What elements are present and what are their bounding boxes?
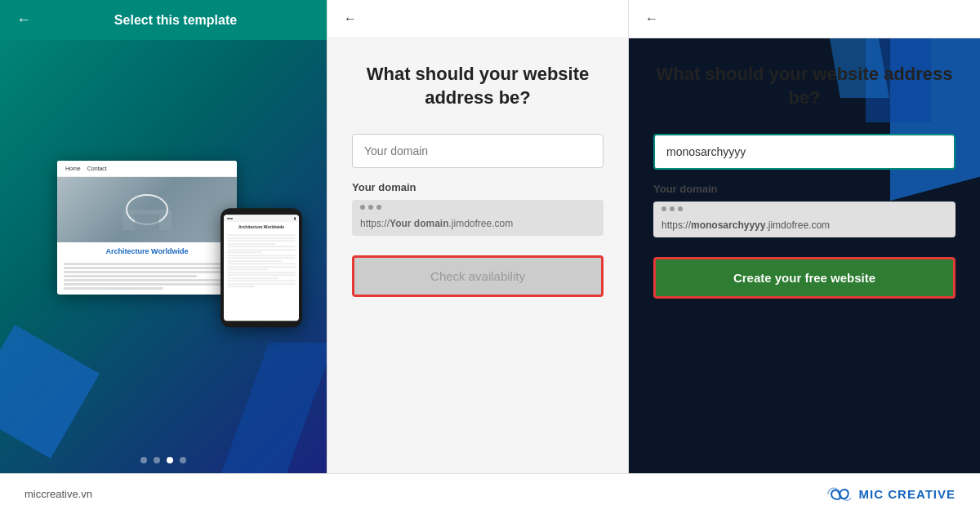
left-panel: ← Select this template Home Contact Arch… [0,0,327,473]
right-panel-wrapper: ← What should your website address be? Y… [629,0,980,473]
middle-dot-1 [360,205,365,210]
right-panel-content: What should your website address be? You… [629,38,980,473]
dot-1 [140,457,147,463]
middle-back-arrow-icon[interactable]: ← [344,11,357,26]
domain-filled-input[interactable] [653,134,956,170]
phone-content-lines [224,232,299,290]
svg-rect-2 [135,214,159,230]
right-dot-3 [678,206,683,211]
middle-domain-dots [352,200,604,213]
footer-website: miccreative.vn [24,488,92,500]
footer: miccreative.vn MIC CREATIVE [0,473,980,514]
phone-status-bar: ●●● ▮ [224,215,299,222]
right-domain-display-box: https://monosarchyyyy.jimdofree.com [653,202,956,237]
mic-logo: MIC CREATIVE [825,485,956,504]
right-dot-1 [662,206,666,211]
mockup-hero-image [57,177,237,242]
dot-3-active [167,457,173,463]
phone-content-title: Architecture Worldwide [224,222,299,232]
left-back-arrow-icon[interactable]: ← [16,11,31,29]
middle-panel: ← What should your website address be? Y… [327,0,629,473]
footer-logo-area: MIC CREATIVE [825,485,956,504]
right-dot-2 [670,206,675,211]
mic-logo-icon [825,485,854,504]
mockup-body [57,258,237,295]
phone-screen: ●●● ▮ Architecture Worldwide [224,215,299,321]
mockup-nav-contact: Contact [87,166,107,171]
middle-domain-display-box: https://Your domain.jimdofree.com [352,200,604,236]
middle-dot-2 [368,205,373,210]
website-mockup: Home Contact Architecture Worldwide [57,161,237,295]
right-domain-dots [653,202,956,215]
dot-2 [154,457,160,463]
right-panel-title: What should your website address be? [653,63,956,109]
mockup-title: Architecture Worldwide [57,242,237,258]
middle-domain-label: Your domain [352,181,604,193]
right-back-arrow-icon[interactable]: ← [645,11,658,26]
create-website-button[interactable]: Create your free website [653,257,956,299]
right-domain-url-text: https://monosarchyyyy.jimdofree.com [653,215,956,237]
middle-panel-title: What should your website address be? [352,63,604,109]
domain-input[interactable] [352,134,604,168]
mockup-nav-home: Home [65,166,81,171]
middle-panel-content: What should your website address be? You… [327,38,628,473]
select-template-title: Select this template [41,13,310,28]
phone-mockup: ●●● ▮ Architecture Worldwide [220,208,302,327]
right-panel-inner: ← What should your website address be? Y… [629,0,980,473]
right-panel-header: ← [629,0,980,38]
dot-4 [180,457,186,463]
middle-panel-header: ← [327,0,628,38]
dots-indicator [131,447,196,473]
right-domain-label: Your domain [653,183,956,195]
left-panel-header: ← Select this template [0,0,327,40]
template-preview-container: Home Contact Architecture Worldwide [0,40,327,447]
mockup-nav: Home Contact [57,161,237,177]
middle-dot-3 [376,205,381,210]
mic-logo-text: MIC CREATIVE [859,487,956,501]
middle-domain-url-text: https://Your domain.jimdofree.com [352,213,604,236]
check-availability-button[interactable]: Check availability [352,255,604,297]
